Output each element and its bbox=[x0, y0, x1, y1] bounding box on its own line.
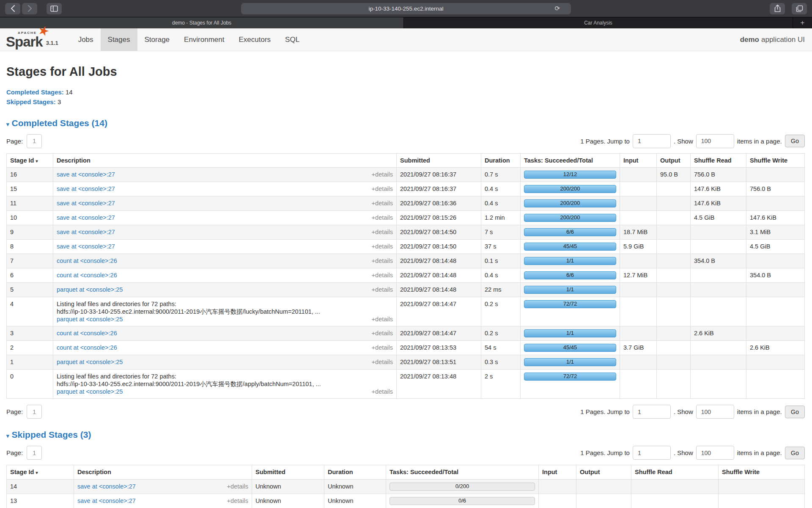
duration-cell: 0.4 s bbox=[481, 196, 521, 210]
col-submitted[interactable]: Submitted bbox=[252, 465, 324, 479]
col-tasks[interactable]: Tasks: Succeeded/Total bbox=[521, 153, 620, 167]
output-cell bbox=[657, 341, 691, 355]
tab-demo-stages[interactable]: demo - Stages for All Jobs bbox=[0, 17, 404, 28]
completed-section-heading[interactable]: ▾Completed Stages (14) bbox=[6, 118, 805, 128]
share-button[interactable] bbox=[770, 3, 785, 14]
input-cell: 12.7 MiB bbox=[620, 268, 657, 282]
details-toggle[interactable]: +details bbox=[372, 185, 393, 193]
tab-overview-button[interactable] bbox=[792, 3, 807, 14]
col-input[interactable]: Input bbox=[539, 465, 576, 479]
duration-cell: 0.4 s bbox=[481, 268, 521, 282]
shuffle-read-cell: 4.5 GiB bbox=[691, 210, 746, 225]
url-bar[interactable]: ip-10-33-140-255.ec2.internal ⟳ bbox=[241, 3, 571, 14]
forward-button[interactable] bbox=[22, 3, 37, 14]
nav-sql[interactable]: SQL bbox=[278, 28, 307, 51]
go-button[interactable]: Go bbox=[785, 135, 805, 147]
stage-link[interactable]: save at <console>:27 bbox=[77, 483, 136, 490]
details-toggle[interactable]: +details bbox=[227, 483, 248, 490]
stage-link[interactable]: count at <console>:26 bbox=[57, 257, 117, 265]
details-toggle[interactable]: +details bbox=[227, 497, 248, 505]
col-input[interactable]: Input bbox=[620, 153, 657, 167]
refresh-icon[interactable]: ⟳ bbox=[554, 5, 560, 12]
back-button[interactable] bbox=[5, 3, 20, 14]
col-stage-id[interactable]: Stage Id▾ bbox=[7, 153, 53, 167]
description-cell: Listing leaf files and directories for 7… bbox=[53, 297, 397, 326]
details-toggle[interactable]: +details bbox=[372, 214, 393, 221]
items-text: items in a page. bbox=[737, 138, 782, 145]
description-cell: count at <console>:26+details bbox=[53, 326, 397, 341]
col-duration[interactable]: Duration bbox=[324, 465, 386, 479]
details-toggle[interactable]: +details bbox=[372, 329, 393, 337]
col-output[interactable]: Output bbox=[657, 153, 691, 167]
details-toggle[interactable]: +details bbox=[372, 199, 393, 207]
go-button[interactable]: Go bbox=[785, 447, 805, 459]
col-output[interactable]: Output bbox=[576, 465, 631, 479]
col-shuffle-write[interactable]: Shuffle Write bbox=[719, 465, 805, 479]
stage-link[interactable]: save at <console>:27 bbox=[57, 228, 115, 236]
page-number-input[interactable] bbox=[27, 405, 42, 419]
spark-logo[interactable]: APACHE Spark ★ 3.1.1 bbox=[6, 28, 71, 51]
col-description[interactable]: Description bbox=[53, 153, 397, 167]
col-stage-id[interactable]: Stage Id▾ bbox=[7, 465, 74, 479]
page-title: Stages for All Jobs bbox=[6, 65, 805, 79]
shuffle-read-cell bbox=[691, 239, 746, 254]
stage-link[interactable]: count at <console>:26 bbox=[57, 271, 117, 279]
stage-link[interactable]: count at <console>:26 bbox=[57, 329, 117, 337]
items-per-page-input[interactable] bbox=[696, 446, 734, 460]
stage-link[interactable]: save at <console>:27 bbox=[57, 171, 115, 178]
stage-link[interactable]: parquet at <console>:25 bbox=[57, 286, 123, 293]
col-shuffle-read[interactable]: Shuffle Read bbox=[631, 465, 719, 479]
page-label: Page: bbox=[6, 138, 23, 145]
col-duration[interactable]: Duration bbox=[481, 153, 521, 167]
col-description[interactable]: Description bbox=[74, 465, 252, 479]
details-toggle[interactable]: +details bbox=[372, 257, 393, 265]
nav-jobs[interactable]: Jobs bbox=[71, 28, 101, 51]
nav-stages[interactable]: Stages bbox=[101, 28, 137, 51]
details-toggle[interactable]: +details bbox=[372, 228, 393, 236]
tasks-progress-bar: 200/200 bbox=[524, 214, 616, 222]
go-button[interactable]: Go bbox=[785, 406, 805, 418]
stage-link[interactable]: save at <console>:27 bbox=[57, 214, 115, 221]
page-number-input[interactable] bbox=[27, 446, 42, 460]
stage-link[interactable]: save at <console>:27 bbox=[57, 185, 115, 193]
items-per-page-input[interactable] bbox=[696, 134, 734, 148]
details-toggle[interactable]: +details bbox=[372, 344, 393, 351]
details-toggle[interactable]: +details bbox=[372, 243, 393, 250]
details-toggle[interactable]: +details bbox=[372, 271, 393, 279]
stage-link[interactable]: parquet at <console>:25 bbox=[57, 315, 123, 323]
table-row: 16save at <console>:27+details2021/09/27… bbox=[7, 167, 805, 182]
nav-environment[interactable]: Environment bbox=[177, 28, 231, 51]
stage-link[interactable]: save at <console>:27 bbox=[57, 199, 115, 207]
stage-link[interactable]: parquet at <console>:25 bbox=[57, 388, 123, 395]
skipped-stages-link[interactable]: Skipped Stages: bbox=[6, 98, 56, 105]
details-toggle[interactable]: +details bbox=[372, 358, 393, 366]
col-tasks[interactable]: Tasks: Succeeded/Total bbox=[386, 465, 539, 479]
input-cell: 3.7 GiB bbox=[620, 341, 657, 355]
col-submitted[interactable]: Submitted bbox=[397, 153, 481, 167]
completed-summary: Completed Stages: 14 bbox=[6, 87, 805, 97]
details-toggle[interactable]: +details bbox=[372, 286, 393, 293]
items-per-page-input[interactable] bbox=[696, 405, 734, 419]
jump-to-page-input[interactable] bbox=[633, 405, 671, 419]
completed-stages-link[interactable]: Completed Stages: bbox=[6, 88, 64, 96]
stage-link[interactable]: parquet at <console>:25 bbox=[57, 358, 123, 366]
details-toggle[interactable]: +details bbox=[372, 171, 393, 178]
input-cell: 5.9 GiB bbox=[620, 239, 657, 254]
tasks-cell: 1/1 bbox=[521, 355, 620, 370]
details-toggle[interactable]: +details bbox=[372, 315, 393, 323]
skipped-section-heading[interactable]: ▾Skipped Stages (3) bbox=[6, 430, 805, 440]
new-tab-button[interactable]: + bbox=[793, 17, 812, 28]
sidebar-toggle-button[interactable] bbox=[47, 3, 62, 14]
stage-link[interactable]: save at <console>:27 bbox=[57, 243, 115, 250]
tab-car-analysis[interactable]: Car Analysis bbox=[404, 17, 793, 28]
details-toggle[interactable]: +details bbox=[372, 388, 393, 395]
stage-link[interactable]: save at <console>:27 bbox=[77, 497, 136, 505]
jump-to-page-input[interactable] bbox=[633, 446, 671, 460]
col-shuffle-write[interactable]: Shuffle Write bbox=[746, 153, 805, 167]
col-shuffle-read[interactable]: Shuffle Read bbox=[691, 153, 746, 167]
nav-storage[interactable]: Storage bbox=[137, 28, 177, 51]
page-number-input[interactable] bbox=[27, 134, 42, 148]
nav-executors[interactable]: Executors bbox=[231, 28, 278, 51]
stage-link[interactable]: count at <console>:26 bbox=[57, 344, 117, 351]
jump-to-page-input[interactable] bbox=[633, 134, 671, 148]
